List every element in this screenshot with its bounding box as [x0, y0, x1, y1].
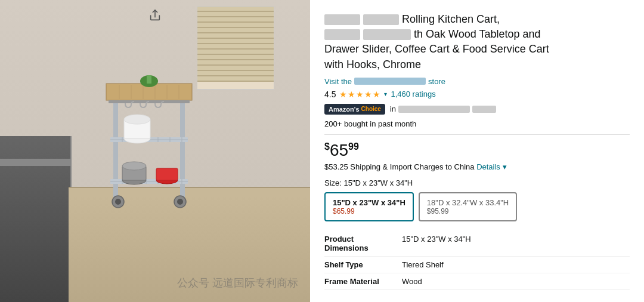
star-5-half: ★ [373, 90, 380, 99]
rating-dropdown-arrow[interactable]: ▾ [384, 91, 387, 97]
star-3: ★ [356, 90, 364, 99]
size-option-2-price: $95.99 [427, 207, 509, 215]
product-details-panel: Rolling Kitchen Cart, th Oak Wood Tablet… [310, 0, 644, 302]
size-option-2-dims: 18"D x 32.4"W x 33.4"H [427, 198, 509, 207]
spec-row-frame: Frame Material Wood [324, 273, 630, 289]
title-line4: with Hooks, Chrome [324, 58, 421, 70]
svg-rect-38 [156, 168, 178, 180]
star-1: ★ [339, 90, 347, 99]
product-image [89, 72, 221, 227]
svg-point-28 [115, 199, 121, 205]
size-option-1[interactable]: 15"D x 23"W x 34"H $65.99 [324, 192, 414, 221]
cart-svg [89, 72, 209, 227]
spec-label-frame: Frame Material [324, 273, 402, 289]
spec-value-frame: Wood [402, 273, 630, 289]
size-option-1-price: $65.99 [333, 207, 405, 215]
size-option-1-dims: 15"D x 23"W x 34"H [333, 198, 405, 207]
size-current-value: 15"D x 23"W x 34"H [344, 178, 413, 187]
rating-value: 4.5 [324, 90, 336, 99]
specs-table: ProductDimensions 15"D x 23"W x 34"H She… [324, 231, 630, 290]
price-row: $6599 [324, 141, 630, 160]
share-button[interactable] [147, 7, 163, 24]
size-option-2[interactable]: 18"D x 32.4"W x 33.4"H $95.99 [419, 192, 517, 221]
amazon-choice-badge: Amazon's Choice [324, 104, 385, 115]
title-line3: Drawer Slider, Coffee Cart & Food Servic… [324, 43, 549, 55]
spec-row-dimensions: ProductDimensions 15"D x 23"W x 34"H [324, 231, 630, 257]
store-link[interactable]: Visit the store [324, 77, 630, 86]
ratings-row: 4.5 ★ ★ ★ ★ ★ ▾ 1,460 ratings [324, 90, 630, 99]
cabinet-top [0, 159, 72, 166]
star-2: ★ [348, 90, 355, 99]
star-4: ★ [364, 90, 372, 99]
bought-info: 200+ bought in past month [324, 119, 630, 128]
svg-point-33 [124, 115, 150, 124]
title-line2: th Oak Wood Tabletop and [414, 28, 540, 40]
size-options: 15"D x 23"W x 34"H $65.99 18"D x 32.4"W … [324, 192, 630, 221]
choice-row: Amazon's Choice in [324, 104, 630, 115]
product-image-panel: 公众号 远道国际专利商标 [0, 0, 310, 302]
shipping-info: $53.25 Shipping & Import Charges to Chin… [324, 162, 630, 171]
svg-rect-40 [147, 75, 151, 84]
svg-point-36 [122, 162, 146, 170]
spec-value-dimensions: 15"D x 23"W x 34"H [402, 231, 630, 257]
product-title: Rolling Kitchen Cart, th Oak Wood Tablet… [324, 12, 630, 72]
star-rating: ★ ★ ★ ★ ★ [339, 90, 380, 99]
spec-row-shelf: Shelf Type Tiered Shelf [324, 256, 630, 273]
spec-label-dimensions: ProductDimensions [324, 231, 402, 257]
svg-point-30 [177, 199, 183, 205]
spec-value-shelf: Tiered Shelf [402, 256, 630, 273]
choice-category: in [390, 104, 496, 113]
details-link[interactable]: Details ▾ [476, 162, 506, 171]
size-label: Size: 15"D x 23"W x 34"H [324, 178, 630, 187]
spec-label-shelf: Shelf Type [324, 256, 402, 273]
ratings-count-link[interactable]: 1,460 ratings [391, 90, 435, 98]
section-divider [324, 134, 630, 135]
product-price: $6599 [324, 141, 359, 159]
